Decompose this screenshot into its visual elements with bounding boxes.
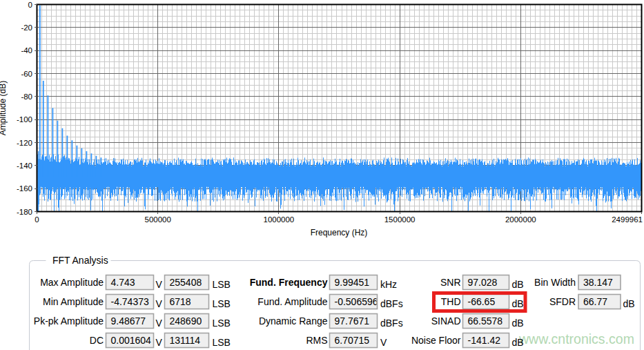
svg-text:DC: DC <box>90 335 104 346</box>
svg-text:SINAD: SINAD <box>431 315 461 327</box>
svg-text:9.99451: 9.99451 <box>335 277 370 288</box>
svg-text:SNR: SNR <box>440 277 461 288</box>
svg-text:-66.65: -66.65 <box>468 296 496 307</box>
svg-text:LSB: LSB <box>213 337 231 348</box>
svg-text:www.cntronics.com: www.cntronics.com <box>518 331 634 347</box>
svg-text:-4.74373: -4.74373 <box>111 296 149 307</box>
svg-text:LSB: LSB <box>213 318 231 329</box>
svg-text:0: 0 <box>28 1 32 9</box>
svg-text:1500000: 1500000 <box>384 215 416 224</box>
svg-text:Frequency (Hz): Frequency (Hz) <box>311 228 368 237</box>
svg-text:9.48677: 9.48677 <box>111 315 146 327</box>
svg-text:dB: dB <box>623 298 635 309</box>
svg-text:dB: dB <box>512 279 524 290</box>
svg-text:-0.506596: -0.506596 <box>335 296 378 307</box>
svg-text:66.77: 66.77 <box>583 296 607 307</box>
svg-text:V: V <box>156 279 163 290</box>
svg-text:dB: dB <box>512 337 524 348</box>
svg-text:-180: -180 <box>17 208 32 216</box>
svg-text:0: 0 <box>35 215 39 224</box>
svg-text:THD: THD <box>441 296 461 307</box>
svg-text:kHz: kHz <box>380 279 397 290</box>
svg-text:Fund. Amplitude: Fund. Amplitude <box>257 296 327 307</box>
svg-text:2499961: 2499961 <box>612 215 643 224</box>
svg-text:4.743: 4.743 <box>111 277 135 288</box>
svg-text:Dynamic Range: Dynamic Range <box>259 315 328 327</box>
svg-text:Noise Floor: Noise Floor <box>411 335 461 346</box>
svg-text:dB: dB <box>512 318 524 329</box>
svg-text:248690: 248690 <box>170 315 202 327</box>
svg-text:6718: 6718 <box>170 296 191 307</box>
svg-text:LSB: LSB <box>213 279 231 290</box>
svg-text:-100: -100 <box>17 115 32 124</box>
svg-text:38.147: 38.147 <box>583 277 613 288</box>
svg-text:V: V <box>156 337 163 348</box>
svg-text:Amplitude (dB): Amplitude (dB) <box>0 81 8 135</box>
svg-text:2000000: 2000000 <box>505 215 536 224</box>
svg-text:LSB: LSB <box>213 298 231 309</box>
svg-text:-160: -160 <box>17 184 32 193</box>
svg-text:dB: dB <box>512 298 524 309</box>
svg-text:97.028: 97.028 <box>468 277 498 288</box>
svg-text:1000000: 1000000 <box>264 215 295 224</box>
svg-text:RMS: RMS <box>306 335 327 346</box>
svg-text:-20: -20 <box>21 23 32 32</box>
svg-text:500000: 500000 <box>145 215 171 224</box>
svg-text:-141.42: -141.42 <box>468 335 501 346</box>
svg-text:Pk-pk Amplitude: Pk-pk Amplitude <box>34 315 104 327</box>
svg-text:Min Amplitude: Min Amplitude <box>43 296 104 307</box>
svg-text:Fund. Frequency: Fund. Frequency <box>250 277 328 288</box>
svg-text:-120: -120 <box>17 139 32 147</box>
svg-text:131114: 131114 <box>170 335 201 346</box>
svg-text:V: V <box>380 337 387 348</box>
svg-text:Max Amplitude: Max Amplitude <box>40 277 104 288</box>
svg-text:-60: -60 <box>21 70 32 78</box>
svg-text:66.5578: 66.5578 <box>468 315 503 327</box>
svg-text:V: V <box>156 318 163 329</box>
svg-text:dBFs: dBFs <box>380 318 403 329</box>
svg-text:V: V <box>156 298 163 309</box>
svg-text:6.70715: 6.70715 <box>335 335 370 346</box>
svg-text:255408: 255408 <box>170 277 202 288</box>
svg-text:Bin Width: Bin Width <box>534 277 576 288</box>
svg-text:0.001604: 0.001604 <box>111 335 152 346</box>
svg-text:-140: -140 <box>17 162 32 170</box>
svg-text:SFDR: SFDR <box>549 296 576 307</box>
svg-text:dBFs: dBFs <box>380 298 403 309</box>
svg-text:97.7671: 97.7671 <box>335 315 370 327</box>
svg-text:-80: -80 <box>21 93 32 101</box>
svg-text:FFT Analysis: FFT Analysis <box>52 255 108 266</box>
svg-text:-40: -40 <box>21 46 32 55</box>
